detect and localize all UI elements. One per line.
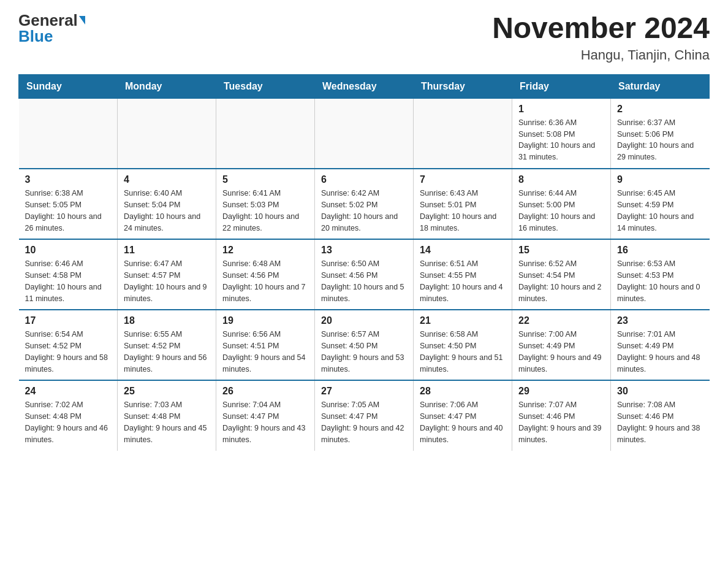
- week-row-5: 24Sunrise: 7:02 AM Sunset: 4:48 PM Dayli…: [19, 380, 710, 451]
- calendar-cell: 27Sunrise: 7:05 AM Sunset: 4:47 PM Dayli…: [315, 380, 414, 451]
- day-info: Sunrise: 6:45 AM Sunset: 4:59 PM Dayligh…: [617, 188, 703, 234]
- day-number: 18: [124, 315, 210, 326]
- month-title: November 2024: [492, 12, 710, 45]
- day-info: Sunrise: 6:36 AM Sunset: 5:08 PM Dayligh…: [518, 117, 604, 163]
- day-number: 10: [25, 245, 112, 256]
- calendar-cell: 26Sunrise: 7:04 AM Sunset: 4:47 PM Dayli…: [216, 380, 315, 451]
- location-title: Hangu, Tianjin, China: [492, 47, 710, 63]
- calendar-body: 1Sunrise: 6:36 AM Sunset: 5:08 PM Daylig…: [19, 98, 710, 451]
- day-number: 14: [420, 245, 506, 256]
- logo-blue: Blue: [18, 27, 53, 45]
- day-info: Sunrise: 7:06 AM Sunset: 4:47 PM Dayligh…: [420, 399, 506, 445]
- day-header-sunday: Sunday: [19, 74, 118, 98]
- calendar-cell: 14Sunrise: 6:51 AM Sunset: 4:55 PM Dayli…: [414, 239, 512, 310]
- calendar-cell: 20Sunrise: 6:57 AM Sunset: 4:50 PM Dayli…: [315, 310, 414, 380]
- day-number: 3: [25, 174, 112, 185]
- calendar-cell: 5Sunrise: 6:41 AM Sunset: 5:03 PM Daylig…: [216, 169, 315, 239]
- day-header-saturday: Saturday: [611, 74, 710, 98]
- calendar-cell: 15Sunrise: 6:52 AM Sunset: 4:54 PM Dayli…: [512, 239, 611, 310]
- calendar-cell: 16Sunrise: 6:53 AM Sunset: 4:53 PM Dayli…: [611, 239, 710, 310]
- day-info: Sunrise: 6:48 AM Sunset: 4:56 PM Dayligh…: [222, 258, 308, 304]
- calendar-cell: 19Sunrise: 6:56 AM Sunset: 4:51 PM Dayli…: [216, 310, 315, 380]
- calendar-cell: 13Sunrise: 6:50 AM Sunset: 4:56 PM Dayli…: [315, 239, 414, 310]
- calendar-header: SundayMondayTuesdayWednesdayThursdayFrid…: [19, 74, 710, 98]
- calendar-cell: 24Sunrise: 7:02 AM Sunset: 4:48 PM Dayli…: [19, 380, 118, 451]
- day-number: 19: [222, 315, 308, 326]
- calendar-cell: 18Sunrise: 6:55 AM Sunset: 4:52 PM Dayli…: [118, 310, 216, 380]
- day-number: 23: [617, 315, 703, 326]
- day-number: 25: [124, 386, 210, 397]
- day-info: Sunrise: 7:02 AM Sunset: 4:48 PM Dayligh…: [25, 399, 112, 445]
- day-info: Sunrise: 6:55 AM Sunset: 4:52 PM Dayligh…: [124, 329, 210, 375]
- days-of-week-row: SundayMondayTuesdayWednesdayThursdayFrid…: [19, 74, 710, 98]
- calendar-cell: [414, 98, 512, 169]
- day-info: Sunrise: 6:57 AM Sunset: 4:50 PM Dayligh…: [321, 329, 407, 375]
- day-header-friday: Friday: [512, 74, 611, 98]
- logo-general: General: [18, 12, 78, 28]
- day-info: Sunrise: 7:03 AM Sunset: 4:48 PM Dayligh…: [124, 399, 210, 445]
- day-number: 29: [518, 386, 604, 397]
- day-number: 12: [222, 245, 308, 256]
- logo: General Blue: [18, 12, 85, 44]
- day-info: Sunrise: 7:00 AM Sunset: 4:49 PM Dayligh…: [518, 329, 604, 375]
- day-number: 20: [321, 315, 407, 326]
- day-number: 27: [321, 386, 407, 397]
- day-header-thursday: Thursday: [414, 74, 512, 98]
- calendar-cell: [118, 98, 216, 169]
- day-info: Sunrise: 6:56 AM Sunset: 4:51 PM Dayligh…: [222, 329, 308, 375]
- calendar-cell: 29Sunrise: 7:07 AM Sunset: 4:46 PM Dayli…: [512, 380, 611, 451]
- day-number: 11: [124, 245, 210, 256]
- day-number: 13: [321, 245, 407, 256]
- day-info: Sunrise: 7:08 AM Sunset: 4:46 PM Dayligh…: [617, 399, 703, 445]
- day-info: Sunrise: 6:52 AM Sunset: 4:54 PM Dayligh…: [518, 258, 604, 304]
- day-number: 30: [617, 386, 703, 397]
- calendar-cell: 12Sunrise: 6:48 AM Sunset: 4:56 PM Dayli…: [216, 239, 315, 310]
- calendar-cell: 4Sunrise: 6:40 AM Sunset: 5:04 PM Daylig…: [118, 169, 216, 239]
- calendar-cell: 8Sunrise: 6:44 AM Sunset: 5:00 PM Daylig…: [512, 169, 611, 239]
- calendar-cell: 21Sunrise: 6:58 AM Sunset: 4:50 PM Dayli…: [414, 310, 512, 380]
- calendar-cell: 22Sunrise: 7:00 AM Sunset: 4:49 PM Dayli…: [512, 310, 611, 380]
- calendar-cell: 2Sunrise: 6:37 AM Sunset: 5:06 PM Daylig…: [611, 98, 710, 169]
- day-info: Sunrise: 6:50 AM Sunset: 4:56 PM Dayligh…: [321, 258, 407, 304]
- day-number: 24: [25, 386, 112, 397]
- calendar-cell: 11Sunrise: 6:47 AM Sunset: 4:57 PM Dayli…: [118, 239, 216, 310]
- day-info: Sunrise: 6:44 AM Sunset: 5:00 PM Dayligh…: [518, 188, 604, 234]
- calendar-cell: 7Sunrise: 6:43 AM Sunset: 5:01 PM Daylig…: [414, 169, 512, 239]
- calendar-table: SundayMondayTuesdayWednesdayThursdayFrid…: [18, 74, 710, 451]
- week-row-4: 17Sunrise: 6:54 AM Sunset: 4:52 PM Dayli…: [19, 310, 710, 380]
- day-info: Sunrise: 6:51 AM Sunset: 4:55 PM Dayligh…: [420, 258, 506, 304]
- day-number: 16: [617, 245, 703, 256]
- calendar-cell: 25Sunrise: 7:03 AM Sunset: 4:48 PM Dayli…: [118, 380, 216, 451]
- day-number: 1: [518, 104, 604, 115]
- day-info: Sunrise: 7:04 AM Sunset: 4:47 PM Dayligh…: [222, 399, 308, 445]
- calendar-cell: 23Sunrise: 7:01 AM Sunset: 4:49 PM Dayli…: [611, 310, 710, 380]
- day-info: Sunrise: 7:07 AM Sunset: 4:46 PM Dayligh…: [518, 399, 604, 445]
- calendar-cell: [19, 98, 118, 169]
- title-area: November 2024 Hangu, Tianjin, China: [492, 12, 710, 63]
- day-number: 4: [124, 174, 210, 185]
- day-info: Sunrise: 6:42 AM Sunset: 5:02 PM Dayligh…: [321, 188, 407, 234]
- day-info: Sunrise: 6:41 AM Sunset: 5:03 PM Dayligh…: [222, 188, 308, 234]
- day-number: 15: [518, 245, 604, 256]
- calendar-cell: 28Sunrise: 7:06 AM Sunset: 4:47 PM Dayli…: [414, 380, 512, 451]
- day-number: 2: [617, 104, 703, 115]
- day-info: Sunrise: 6:46 AM Sunset: 4:58 PM Dayligh…: [25, 258, 112, 304]
- day-number: 5: [222, 174, 308, 185]
- calendar-cell: 3Sunrise: 6:38 AM Sunset: 5:05 PM Daylig…: [19, 169, 118, 239]
- day-number: 28: [420, 386, 506, 397]
- calendar-cell: 9Sunrise: 6:45 AM Sunset: 4:59 PM Daylig…: [611, 169, 710, 239]
- day-number: 6: [321, 174, 407, 185]
- calendar-cell: 17Sunrise: 6:54 AM Sunset: 4:52 PM Dayli…: [19, 310, 118, 380]
- day-info: Sunrise: 6:53 AM Sunset: 4:53 PM Dayligh…: [617, 258, 703, 304]
- calendar-cell: 10Sunrise: 6:46 AM Sunset: 4:58 PM Dayli…: [19, 239, 118, 310]
- week-row-3: 10Sunrise: 6:46 AM Sunset: 4:58 PM Dayli…: [19, 239, 710, 310]
- day-info: Sunrise: 6:47 AM Sunset: 4:57 PM Dayligh…: [124, 258, 210, 304]
- day-info: Sunrise: 6:37 AM Sunset: 5:06 PM Dayligh…: [617, 117, 703, 163]
- day-number: 26: [222, 386, 308, 397]
- day-info: Sunrise: 6:40 AM Sunset: 5:04 PM Dayligh…: [124, 188, 210, 234]
- day-info: Sunrise: 6:43 AM Sunset: 5:01 PM Dayligh…: [420, 188, 506, 234]
- day-number: 22: [518, 315, 604, 326]
- day-number: 21: [420, 315, 506, 326]
- page-header: General Blue November 2024 Hangu, Tianji…: [18, 12, 710, 63]
- day-number: 17: [25, 315, 112, 326]
